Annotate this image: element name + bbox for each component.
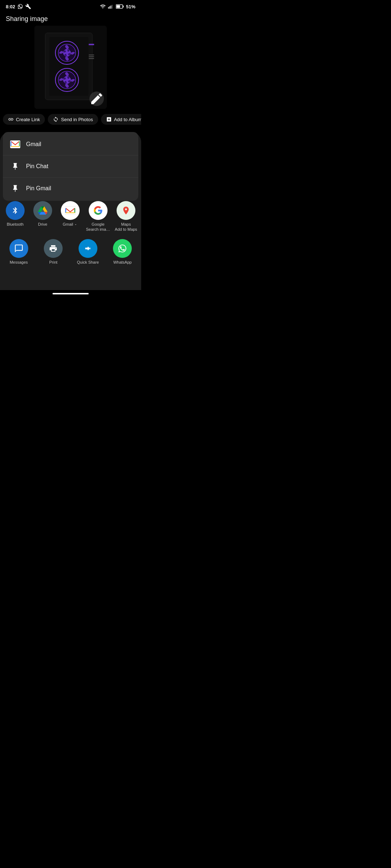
app-row-bottom1: Bluetooth Drive	[0, 197, 141, 234]
context-pin-gmail-label: Pin Gmail	[26, 185, 51, 192]
svg-rect-21	[89, 58, 94, 59]
google-search-item[interactable]: Google Search ima…	[86, 201, 110, 231]
context-pin-gmail-item[interactable]: Pin Gmail	[3, 178, 138, 199]
settings-status-icon	[25, 4, 31, 9]
shared-image	[34, 26, 107, 109]
context-pin-chat-item[interactable]: Pin Chat	[3, 156, 138, 178]
status-bar: 8:02 51%	[0, 0, 141, 12]
send-in-photos-label: Send in Photos	[61, 117, 93, 122]
app-row-bottom2: Messages Print Quick Share WhatsApp	[0, 235, 141, 266]
pin-icon	[10, 161, 20, 171]
battery-pct: 51%	[126, 4, 135, 9]
drive-b-item[interactable]: Drive	[31, 201, 54, 231]
context-menu: Gmail Pin Chat Pin Gmail	[3, 132, 138, 201]
messages-item[interactable]: Messages	[7, 239, 30, 265]
context-gmail-label: Gmail	[26, 141, 41, 148]
create-link-label: Create Link	[16, 117, 40, 122]
sharing-header: Sharing image	[0, 12, 141, 26]
signal-icon	[108, 4, 114, 9]
messages-label: Messages	[10, 260, 28, 265]
drive-b-label: Drive	[38, 222, 47, 227]
svg-rect-0	[108, 7, 109, 9]
image-container	[0, 26, 141, 109]
share-sheet: Frie... Quick Share WhatsApp Print	[0, 132, 141, 290]
svg-rect-23	[65, 207, 76, 215]
svg-rect-20	[89, 56, 94, 57]
maps-b1-item[interactable]: Maps Add to Maps	[114, 201, 138, 231]
gmail-app-icon	[10, 139, 20, 149]
send-in-photos-button[interactable]: Send in Photos	[48, 114, 98, 125]
create-link-button[interactable]: Create Link	[3, 114, 45, 125]
maps-b1-label: Maps Add to Maps	[115, 222, 137, 231]
bluetooth-item[interactable]: Bluetooth	[4, 201, 27, 231]
svg-rect-5	[123, 6, 123, 8]
print-b2-label: Print	[49, 260, 58, 265]
whatsapp-status-icon	[17, 4, 23, 9]
svg-rect-1	[109, 6, 110, 9]
gmail-chevron-icon	[74, 223, 77, 226]
pin-gmail-icon	[10, 183, 20, 193]
quick-share-b2-item[interactable]: Quick Share	[76, 239, 100, 265]
time: 8:02	[6, 4, 15, 9]
home-indicator	[52, 293, 89, 294]
bluetooth-label: Bluetooth	[7, 222, 24, 227]
bottom-nav	[0, 290, 141, 297]
context-pin-chat-label: Pin Chat	[26, 163, 48, 170]
print-b2-item[interactable]: Print	[42, 239, 65, 265]
svg-rect-3	[112, 5, 113, 9]
svg-rect-6	[116, 5, 120, 8]
svg-rect-19	[89, 55, 94, 55]
status-left: 8:02	[6, 4, 31, 9]
status-right: 51%	[100, 4, 135, 9]
quick-share-b2-label: Quick Share	[77, 260, 99, 265]
add-to-album-button[interactable]: Add to Album	[101, 114, 141, 125]
action-row: Create Link Send in Photos Add to Album	[0, 109, 141, 128]
context-gmail-item[interactable]: Gmail	[3, 133, 138, 156]
edit-button[interactable]	[89, 92, 104, 106]
wifi-icon	[100, 4, 106, 9]
whatsapp-b2-label: WhatsApp	[113, 260, 132, 265]
google-search-label: Google Search ima…	[86, 222, 110, 231]
whatsapp-b2-item[interactable]: WhatsApp	[111, 239, 134, 265]
add-to-album-label: Add to Album	[114, 117, 141, 122]
gmail-b-item[interactable]: Gmail	[59, 201, 82, 231]
svg-rect-2	[110, 5, 111, 9]
battery-icon	[116, 4, 124, 9]
svg-rect-18	[89, 44, 94, 45]
gmail-b-label: Gmail	[63, 222, 73, 227]
